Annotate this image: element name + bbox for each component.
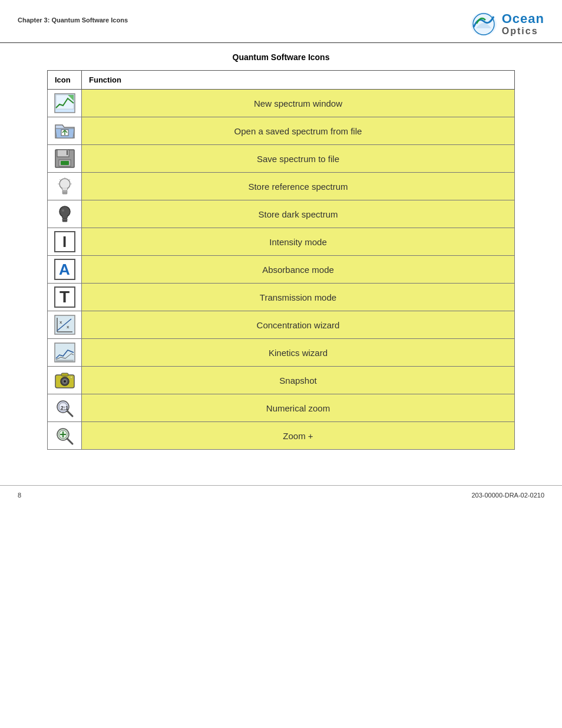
table-row: A Absorbance mode: [48, 256, 515, 284]
absorbance-letter: A: [54, 259, 75, 280]
logo-optics-text: Optics: [502, 26, 544, 37]
zoom-plus-svg: [54, 425, 76, 446]
concentration-wizard-icon: x x: [53, 314, 77, 336]
doc-number: 203-00000-DRA-02-0210: [471, 492, 544, 499]
transmission-letter: T: [54, 286, 75, 308]
concentration-wizard-svg: x x: [54, 314, 76, 335]
snapshot-svg: [54, 370, 76, 391]
svg-text:2:1: 2:1: [61, 405, 68, 411]
main-content: Quantum Software Icons Icon Function: [0, 47, 562, 467]
table-title: Quantum Software Icons: [47, 52, 515, 62]
store-dark-icon: [53, 203, 77, 225]
svg-line-16: [59, 179, 61, 180]
numerical-zoom-icon: 2:1: [53, 397, 77, 419]
svg-rect-22: [62, 220, 67, 222]
store-reference-icon: [53, 175, 77, 197]
chapter-title: Chapter 3: Quantum Software Icons: [18, 17, 128, 24]
table-row: T Transmission mode: [48, 284, 515, 311]
svg-rect-30: [55, 343, 75, 362]
col-header-function: Function: [82, 71, 515, 90]
svg-rect-10: [67, 150, 68, 155]
function-numerical-zoom: Numerical zoom: [82, 394, 515, 422]
function-store-dark: Store dark spectrum: [82, 200, 515, 228]
zoom-plus-icon: [53, 424, 77, 447]
logo-container: Ocean Optics: [468, 11, 544, 38]
new-spectrum-icon: [53, 92, 77, 114]
logo-text: Ocean Optics: [502, 12, 544, 37]
icon-cell-snapshot: [48, 367, 82, 394]
svg-rect-11: [61, 161, 69, 165]
svg-line-41: [67, 411, 72, 416]
kinetics-wizard-svg: [54, 342, 76, 363]
open-file-icon: [53, 120, 77, 142]
icon-table: Icon Function New spectrum: [47, 70, 515, 450]
icon-cell-concentration: x x: [48, 311, 82, 339]
kinetics-wizard-icon: [53, 341, 77, 364]
save-file-icon: [53, 147, 77, 170]
function-zoom-plus: Zoom +: [82, 422, 515, 450]
table-row: Save spectrum to file: [48, 145, 515, 173]
open-file-svg: [54, 120, 76, 141]
function-absorbance: Absorbance mode: [82, 256, 515, 284]
table-row: Store dark spectrum: [48, 200, 515, 228]
table-row: Store reference spectrum: [48, 173, 515, 200]
table-row: 2:1 Numerical zoom: [48, 394, 515, 422]
icon-cell-numerical-zoom: 2:1: [48, 394, 82, 422]
new-spectrum-svg: [54, 93, 76, 114]
numerical-zoom-svg: 2:1: [54, 397, 76, 419]
function-kinetics: Kinetics wizard: [82, 339, 515, 367]
snapshot-icon: [53, 369, 77, 391]
icon-cell-open-file: [48, 117, 82, 145]
svg-rect-34: [61, 373, 68, 376]
icon-cell-zoom-plus: [48, 422, 82, 450]
function-new-spectrum: New spectrum window: [82, 90, 515, 117]
table-row: I Intensity mode: [48, 228, 515, 256]
col-header-icon: Icon: [48, 71, 82, 90]
function-save-file: Save spectrum to file: [82, 145, 515, 173]
icon-cell-intensity: I: [48, 228, 82, 256]
store-reference-svg: [54, 176, 76, 197]
icon-cell-save-file: [48, 145, 82, 173]
function-intensity: Intensity mode: [82, 228, 515, 256]
svg-point-37: [64, 380, 66, 383]
logo-ocean-text: Ocean: [502, 12, 544, 26]
icon-cell-transmission: T: [48, 284, 82, 311]
page-header: Chapter 3: Quantum Software Icons Ocean …: [0, 0, 562, 43]
table-row: Zoom +: [48, 422, 515, 450]
page-number: 8: [18, 492, 21, 499]
table-row: Snapshot: [48, 367, 515, 394]
function-store-reference: Store reference spectrum: [82, 173, 515, 200]
ocean-optics-logo-icon: [468, 11, 500, 38]
icon-cell-store-dark: [48, 200, 82, 228]
function-concentration: Concentration wizard: [82, 311, 515, 339]
svg-point-23: [62, 209, 64, 212]
svg-text:x: x: [59, 319, 62, 325]
function-snapshot: Snapshot: [82, 367, 515, 394]
svg-point-38: [70, 376, 72, 378]
table-header-row: Icon Function: [48, 71, 515, 90]
icon-cell-absorbance: A: [48, 256, 82, 284]
absorbance-mode-icon: A: [53, 258, 77, 281]
transmission-mode-icon: T: [53, 286, 77, 308]
store-dark-svg: [54, 203, 76, 225]
table-row: New spectrum window: [48, 90, 515, 117]
table-row: Kinetics wizard: [48, 339, 515, 367]
icon-cell-kinetics: [48, 339, 82, 367]
page-footer: 8 203-00000-DRA-02-0210: [0, 485, 562, 505]
function-open-file: Open a saved spectrum from file: [82, 117, 515, 145]
intensity-mode-icon: I: [53, 230, 77, 253]
svg-text:x: x: [67, 324, 70, 330]
table-row: x x Concentration wizard: [48, 311, 515, 339]
svg-rect-14: [62, 193, 67, 194]
function-transmission: Transmission mode: [82, 284, 515, 311]
icon-cell-store-reference: [48, 173, 82, 200]
table-row: Open a saved spectrum from file: [48, 117, 515, 145]
icon-cell-new-spectrum: [48, 90, 82, 117]
intensity-letter: I: [54, 231, 75, 252]
save-file-svg: [54, 148, 76, 169]
svg-line-17: [69, 179, 70, 180]
svg-line-45: [67, 439, 72, 444]
